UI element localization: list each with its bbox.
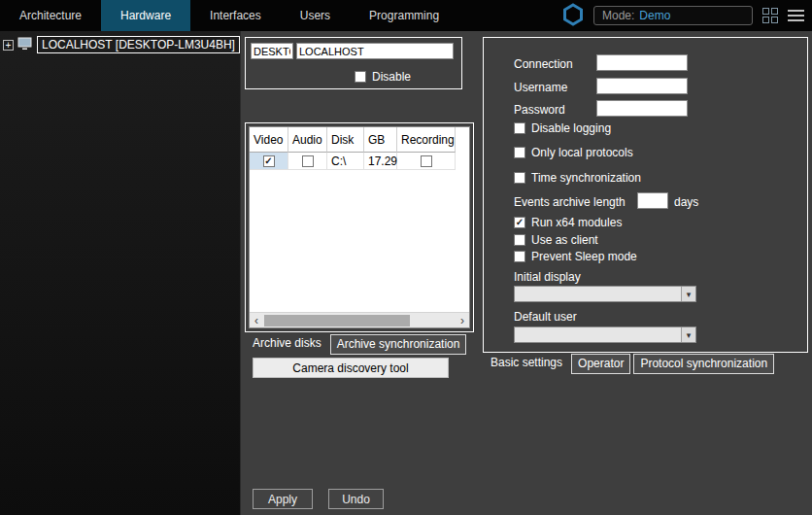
col-header-audio[interactable]: Audio bbox=[288, 127, 327, 153]
cell-recording[interactable] bbox=[397, 153, 456, 170]
mode-value: Demo bbox=[639, 9, 670, 22]
server-prefix-input[interactable] bbox=[251, 43, 293, 59]
tab-basic-settings[interactable]: Basic settings bbox=[485, 354, 568, 372]
cell-audio[interactable] bbox=[288, 153, 327, 170]
table-row[interactable]: C:\ 17.29 bbox=[250, 153, 469, 170]
tab-archive-synchronization[interactable]: Archive synchronization bbox=[330, 334, 467, 355]
menu-architecture[interactable]: Architecture bbox=[0, 0, 101, 31]
scroll-right-icon[interactable]: › bbox=[456, 314, 469, 327]
time-synchronization-checkbox[interactable] bbox=[514, 172, 525, 184]
disable-logging-label: Disable logging bbox=[531, 121, 611, 135]
use-as-client-checkbox[interactable] bbox=[514, 234, 525, 246]
menu-programming[interactable]: Programming bbox=[350, 0, 458, 31]
time-synchronization-checkbox-row[interactable]: Time synchronization bbox=[514, 171, 641, 185]
layout-grid-icon[interactable] bbox=[762, 8, 778, 23]
scrollbar-thumb[interactable] bbox=[264, 315, 410, 326]
scroll-left-icon[interactable]: ‹ bbox=[250, 314, 263, 327]
server-name-panel: Disable bbox=[245, 37, 462, 89]
initial-display-select[interactable]: ▾ bbox=[514, 286, 696, 302]
mode-indicator[interactable]: Mode: Demo bbox=[593, 6, 753, 25]
dropdown-arrow-icon: ▾ bbox=[681, 287, 695, 301]
device-tree-panel: + LOCALHOST [DESKTOP-LM3U4BH] bbox=[0, 31, 241, 515]
video-checkbox[interactable] bbox=[263, 155, 275, 167]
camera-discovery-tool-button[interactable]: Camera discovery tool bbox=[253, 358, 449, 378]
cell-disk: C:\ bbox=[327, 153, 364, 170]
archive-tabs: Archive disks Archive synchronization bbox=[247, 334, 466, 355]
prevent-sleep-mode-checkbox[interactable] bbox=[514, 251, 525, 262]
run-x64-modules-label: Run x64 modules bbox=[531, 216, 622, 229]
only-local-protocols-checkbox-row[interactable]: Only local protocols bbox=[514, 146, 633, 159]
events-archive-length-label: Events archive length bbox=[514, 195, 626, 209]
username-label: Username bbox=[514, 81, 567, 94]
audio-checkbox[interactable] bbox=[302, 155, 314, 167]
run-x64-modules-checkbox[interactable] bbox=[514, 217, 525, 228]
app-logo-hexagon-icon bbox=[562, 3, 584, 29]
menu-users[interactable]: Users bbox=[281, 0, 350, 31]
use-as-client-label: Use as client bbox=[531, 233, 598, 247]
col-header-video[interactable]: Video bbox=[250, 127, 288, 153]
tab-archive-disks[interactable]: Archive disks bbox=[247, 334, 327, 353]
apply-button[interactable]: Apply bbox=[253, 489, 313, 509]
prevent-sleep-mode-label: Prevent Sleep mode bbox=[531, 250, 637, 263]
dropdown-arrow-icon: ▾ bbox=[681, 327, 695, 342]
only-local-protocols-label: Only local protocols bbox=[531, 146, 633, 159]
col-header-recording[interactable]: Recording bbox=[397, 127, 456, 153]
prevent-sleep-mode-checkbox-row[interactable]: Prevent Sleep mode bbox=[514, 250, 637, 263]
archive-disks-panel: Video Audio Disk GB Recording C:\ 17.29 … bbox=[245, 122, 474, 332]
connection-input[interactable] bbox=[596, 54, 688, 71]
only-local-protocols-checkbox[interactable] bbox=[514, 147, 525, 158]
tree-item-label[interactable]: LOCALHOST [DESKTOP-LM3U4BH] bbox=[37, 36, 240, 53]
horizontal-scrollbar[interactable]: ‹ › bbox=[250, 312, 469, 327]
tab-protocol-synchronization[interactable]: Protocol synchronization bbox=[633, 354, 774, 374]
mode-label: Mode: bbox=[602, 9, 634, 22]
disable-logging-checkbox-row[interactable]: Disable logging bbox=[514, 121, 611, 135]
settings-tabs: Basic settings Operator Protocol synchro… bbox=[485, 354, 774, 374]
tree-expand-icon[interactable]: + bbox=[3, 40, 14, 51]
run-x64-modules-checkbox-row[interactable]: Run x64 modules bbox=[514, 216, 622, 229]
events-archive-length-input[interactable] bbox=[637, 192, 668, 209]
top-menu-bar: Architecture Hardware Interfaces Users P… bbox=[0, 0, 812, 31]
hamburger-menu-icon[interactable] bbox=[788, 10, 804, 21]
username-input[interactable] bbox=[596, 78, 688, 94]
cell-video[interactable] bbox=[250, 153, 288, 170]
recording-checkbox[interactable] bbox=[421, 155, 432, 167]
disable-checkbox-row[interactable]: Disable bbox=[355, 70, 411, 84]
col-header-disk[interactable]: Disk bbox=[327, 127, 364, 153]
use-as-client-checkbox-row[interactable]: Use as client bbox=[514, 233, 598, 247]
initial-display-label: Initial display bbox=[514, 270, 581, 284]
disable-checkbox-label: Disable bbox=[372, 70, 411, 84]
default-user-select[interactable]: ▾ bbox=[514, 326, 696, 343]
server-settings-panel: Connection Username Password Disable log… bbox=[483, 37, 808, 353]
disks-table-header: Video Audio Disk GB Recording bbox=[250, 127, 469, 153]
tab-operator[interactable]: Operator bbox=[571, 354, 630, 374]
connection-label: Connection bbox=[514, 57, 573, 71]
disable-logging-checkbox[interactable] bbox=[514, 122, 525, 134]
menu-interfaces[interactable]: Interfaces bbox=[190, 0, 281, 31]
password-label: Password bbox=[514, 103, 565, 117]
col-header-gb[interactable]: GB bbox=[364, 127, 397, 153]
password-input[interactable] bbox=[596, 100, 688, 117]
undo-button[interactable]: Undo bbox=[328, 489, 384, 509]
cell-gb: 17.29 bbox=[364, 153, 397, 170]
default-user-label: Default user bbox=[514, 310, 577, 324]
time-synchronization-label: Time synchronization bbox=[531, 171, 641, 185]
tree-item-localhost[interactable]: + LOCALHOST [DESKTOP-LM3U4BH] bbox=[3, 36, 240, 53]
disable-checkbox[interactable] bbox=[355, 71, 366, 83]
disks-table: Video Audio Disk GB Recording C:\ 17.29 … bbox=[249, 126, 470, 328]
server-name-input[interactable] bbox=[296, 43, 454, 59]
menu-hardware[interactable]: Hardware bbox=[101, 0, 190, 31]
server-monitor-icon bbox=[17, 37, 33, 53]
days-suffix-label: days bbox=[674, 195, 698, 209]
topbar-right-cluster: Mode: Demo bbox=[562, 3, 812, 29]
